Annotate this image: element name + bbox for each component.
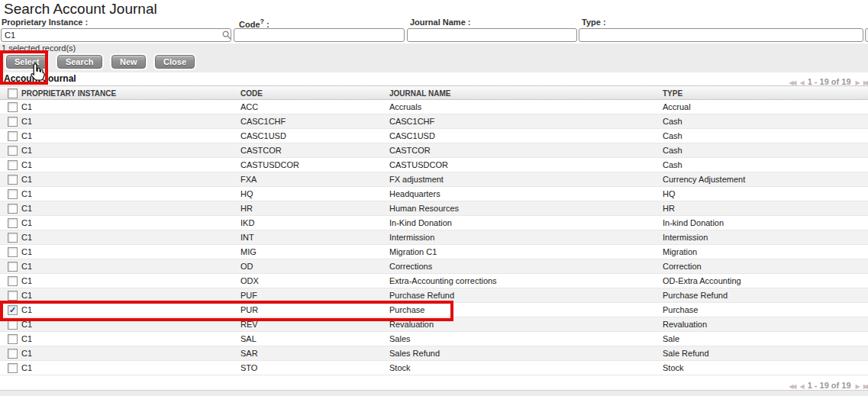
cell-proprietary-instance: C1 [21,334,32,343]
row-checkbox[interactable] [8,233,18,243]
cell-journal-name: FX adjustment [389,175,444,184]
cell-type: Purchase Refund [663,291,728,300]
table-row[interactable]: C1INTIntermissionIntermission [0,230,868,245]
table-row[interactable]: C1FXAFX adjustmentCurrency Adjustement [0,172,868,187]
row-checkbox[interactable] [8,247,18,257]
table-row[interactable]: ✓C1PURPurchasePurchase [0,303,868,317]
row-checkbox[interactable] [8,175,18,185]
table-row[interactable]: C1HRHuman ResourcesHR [0,201,868,216]
cell-code: IKD [240,218,254,227]
type-input[interactable] [579,28,863,42]
table-row[interactable]: C1MIGMigration C1Migration [0,245,868,259]
proprietary-instance-label: Proprietary Instance : [2,18,88,27]
select-all-checkbox[interactable] [8,89,18,98]
cell-journal-name: CASTCOR [389,146,431,155]
cell-journal-name: Purchase Refund [389,291,454,300]
table-row[interactable]: C1ODXExtra-Accounting correctionsOD-Extr… [0,274,868,288]
row-checkbox[interactable] [8,334,18,344]
row-checkbox[interactable] [8,276,18,286]
table-row[interactable]: C1REVRevaluationRevaluation [0,317,868,332]
new-button[interactable]: New [111,55,146,69]
cell-proprietary-instance: C1 [21,262,32,271]
prev-page-icon[interactable]: ◀ [800,383,803,390]
select-button[interactable]: Select [6,55,47,69]
table-row[interactable]: C1CASC1USDCASC1USDCash [0,129,868,143]
table-body: C1ACCAccrualsAccrualC1CASC1CHFCASC1CHFCa… [0,100,868,375]
cell-type: Cash [663,160,682,169]
cell-journal-name: Extra-Accounting corrections [389,276,497,285]
journal-name-label: Journal Name : [410,18,470,27]
table-row[interactable]: C1CASC1CHFCASC1CHFCash [0,114,868,129]
button-row: Select Search New Close [6,54,201,69]
page-title: Search Account Journal [4,1,157,18]
cell-journal-name: Intermission [389,233,434,242]
cell-type: Sale [663,334,679,343]
cell-journal-name: In-Kind Donation [389,218,452,227]
cell-code: SAR [240,349,258,358]
cell-code: REV [240,320,258,329]
first-page-icon[interactable]: ◀◀ [789,383,795,390]
cell-proprietary-instance: C1 [21,131,32,140]
cell-journal-name: Migration C1 [389,247,437,256]
cell-code: HQ [240,189,253,198]
table-row[interactable]: C1ODCorrectionsCorrection [0,259,868,274]
section-header-row: Account Journal ◀◀◀1 - 19 of 19▶▶▶ [0,72,868,85]
cell-type: Sale Refund [663,349,709,358]
last-page-icon[interactable]: ▶▶ [863,383,868,390]
table-row[interactable]: C1IKDIn-Kind DonationIn-kind Donation [0,216,868,230]
row-checkbox[interactable] [8,146,18,156]
cell-proprietary-instance: C1 [21,233,32,242]
row-checkbox[interactable] [8,291,18,301]
row-checkbox[interactable] [8,102,18,112]
column-header-proprietary-instance: PROPRIETARY INSTANCE [21,89,116,98]
row-checkbox[interactable] [8,131,18,141]
journal-name-input[interactable] [407,28,577,42]
code-input[interactable] [234,28,405,42]
cell-proprietary-instance: C1 [21,305,32,314]
close-button[interactable]: Close [155,55,195,69]
cell-type: In-kind Donation [663,218,724,227]
search-icon[interactable] [222,31,231,40]
cell-type: HR [663,204,675,213]
row-checkbox[interactable] [8,204,18,214]
table-row[interactable]: C1CASTUSDCORCASTUSDCORCash [0,158,868,172]
row-checkbox[interactable] [8,320,18,330]
table-row[interactable]: C1SALSalesSale [0,332,868,346]
row-checkbox[interactable] [8,262,18,272]
cell-type: Purchase [663,305,698,314]
row-checkbox[interactable] [8,160,18,170]
table-row[interactable]: C1CASTCORCASTCORCash [0,143,868,158]
row-checkbox[interactable] [8,363,18,373]
row-checkbox[interactable] [8,189,18,199]
cell-proprietary-instance: C1 [21,349,32,358]
search-button[interactable]: Search [57,55,102,69]
cell-code: PUF [240,291,257,300]
table-row[interactable]: C1SARSales RefundSale Refund [0,346,868,361]
cell-code: ODX [240,276,259,285]
section-title: Account Journal [4,73,76,84]
row-checkbox[interactable] [8,218,18,228]
cell-code: ACC [240,102,258,111]
cell-proprietary-instance: C1 [21,276,32,285]
code-label: Code? : [239,18,269,29]
proprietary-instance-input[interactable] [1,28,231,42]
cell-journal-name: Headquarters [389,189,440,198]
row-checkbox[interactable] [8,349,18,359]
cell-type: Intermission [663,233,708,242]
type-lookup-cutoff[interactable] [865,28,868,42]
next-page-icon[interactable]: ▶ [856,383,859,390]
cell-type: Migration [663,247,697,256]
cell-journal-name: Purchase [389,305,424,314]
row-checkbox[interactable] [8,117,18,127]
table-row[interactable]: C1PUFPurchase RefundPurchase Refund [0,288,868,303]
table-row[interactable]: C1STOStockStock [0,361,868,375]
table-row[interactable]: C1HQHeadquartersHQ [0,187,868,201]
cell-code: CASTCOR [240,146,282,155]
column-header-journal-name: JOURNAL NAME [389,89,450,98]
row-checkbox[interactable]: ✓ [8,305,18,315]
cell-code: SAL [240,334,257,343]
table-row[interactable]: C1ACCAccrualsAccrual [0,100,868,114]
cell-proprietary-instance: C1 [21,291,32,300]
cell-proprietary-instance: C1 [21,160,32,169]
cell-proprietary-instance: C1 [21,247,32,256]
